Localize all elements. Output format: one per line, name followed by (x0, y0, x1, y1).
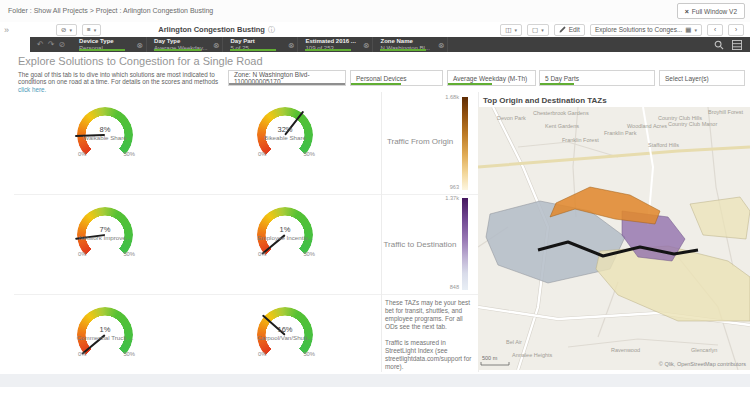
origin-gradient-bar (462, 97, 468, 190)
map-place-label: Ravenwood (611, 347, 640, 353)
selection-chip-estimated-2016[interactable]: Estimated 2016 ... 109 of 253 ⊗ (298, 37, 373, 52)
sheet-icon: ▢ (532, 26, 538, 34)
gauge-walkable-share[interactable]: 8% Walkable Share 0% 50% (77, 107, 133, 163)
map-panel[interactable]: 500 m © Qlik, OpenStreetMap contributors… (478, 107, 750, 370)
clear-selection-icon[interactable]: ⊗ (363, 40, 369, 49)
map-place-label: Stafford Hills (648, 142, 679, 148)
selection-bar (229, 83, 345, 85)
map-place-label: Country Club Manor (668, 121, 717, 127)
gauge-center: 8% Walkable Share (65, 125, 145, 141)
gauge-value: 1% (65, 325, 145, 334)
collapse-panel-icon[interactable]: » (4, 25, 9, 35)
filter-label: Personal Devices (356, 75, 407, 82)
gauge-network-improvements[interactable]: 7% Network Improve... 0% 50% (77, 207, 133, 263)
clear-selection-icon[interactable]: ⊗ (288, 40, 294, 49)
map-title: Top Origin and Destination TAZs (483, 96, 607, 105)
step-back-icon[interactable]: ↶ (37, 41, 44, 49)
gauge-label: Bikeable Share (245, 134, 325, 141)
chevron-left-icon: ‹ (714, 26, 716, 33)
selections-tool-icon[interactable] (732, 40, 742, 50)
toolbar-right-group: ◫ ▾ ▢ ▾ Edit Explore Solutions to Conges… (500, 24, 750, 36)
next-sheet-button[interactable]: › (728, 24, 744, 36)
gauge-carpool-van-shuttle[interactable]: 16% Carpool/Van/Shutt... 0% 50% (257, 307, 313, 363)
gauge-value: 32% (245, 125, 325, 134)
row-divider (14, 294, 478, 295)
selection-chip-day-part[interactable]: Day Part 5 of 25 ⊗ (223, 37, 298, 52)
clear-selection-icon[interactable]: ⊗ (137, 40, 143, 49)
search-icon[interactable] (714, 40, 724, 50)
edit-label: Edit (569, 26, 580, 33)
sheet-description-text: The goal of this tab is to dive into whi… (18, 71, 218, 85)
step-forward-icon[interactable]: ↷ (48, 41, 55, 49)
gauge-min-label: 0% (78, 251, 86, 257)
map-place-label: Annalee Heights (512, 352, 553, 358)
filter-layers[interactable]: Select Layer(s) (659, 70, 745, 86)
app-menu-button[interactable]: ⊘ ▾ (56, 24, 77, 36)
selection-field-name: Day Part (230, 38, 282, 45)
full-window-label: Full Window V2 (692, 8, 737, 15)
selection-chip-zone-name[interactable]: Zone Name N Washington Bl... ⊗ (373, 37, 448, 52)
pencil-icon (559, 26, 566, 33)
gauge-commercial-truck[interactable]: 1% Commercial Truck ... 0% 50% (77, 307, 133, 363)
gauge-max-label: 50% (123, 351, 135, 357)
app-title[interactable]: Arlington Congestion Busting ⓘ (158, 25, 275, 35)
gauge-min-label: 0% (258, 251, 266, 257)
selection-chip-day-type[interactable]: Day Type Average Weekday... ⊗ (147, 37, 223, 52)
legend-title: Traffic From Origin (383, 137, 457, 146)
chevron-down-icon: ▾ (514, 27, 517, 33)
gauge-value: 1% (245, 225, 325, 234)
filter-device[interactable]: Personal Devices (350, 70, 443, 86)
gauge-min-label: 0% (78, 351, 86, 357)
gauge-min-label: 0% (78, 151, 86, 157)
gauge-bikeable-share[interactable]: 32% Bikeable Share 0% 50% (257, 107, 313, 163)
filter-label: 5 Day Parts (545, 75, 579, 82)
chevron-down-icon: ▾ (541, 27, 544, 33)
insights-button[interactable]: ▢ ▾ (527, 24, 549, 36)
gauge-center: 1% Employee Incentiv... (245, 225, 325, 241)
gauge-value: 8% (65, 125, 145, 134)
gauge-label: Commercial Truck ... (65, 334, 145, 341)
full-window-button[interactable]: × Full Window V2 (677, 3, 745, 19)
filter-day-type[interactable]: Average Weekday (M-Th) (447, 70, 536, 86)
column-divider (381, 92, 382, 372)
app-title-text: Arlington Congestion Busting (158, 25, 265, 34)
click-here-link[interactable]: click here. (18, 86, 46, 93)
gauge-value: 16% (245, 325, 325, 334)
row-divider (14, 194, 478, 195)
clear-selection-icon[interactable]: ⊗ (438, 40, 444, 49)
info-icon[interactable]: ⓘ (268, 25, 275, 35)
clear-selection-icon[interactable]: ⊗ (213, 40, 219, 49)
previous-sheet-button[interactable]: ‹ (707, 24, 723, 36)
selection-chip-device-type[interactable]: Device Type Personal ⊗ (72, 37, 147, 52)
gauge-center: 32% Bikeable Share (245, 125, 325, 141)
selection-bar (540, 83, 574, 85)
clear-all-selections-icon[interactable]: ⊘ (58, 41, 65, 49)
legend-max: 1.37k (419, 195, 459, 201)
gauge-employee-incentives[interactable]: 1% Employee Incentiv... 0% 50% (257, 207, 313, 263)
filter-day-parts[interactable]: 5 Day Parts (539, 70, 655, 86)
sheet-title: Explore Solutions to Congestion for a Si… (18, 55, 263, 67)
filter-zone[interactable]: Zone: N Washington Blvd- 1100000005170 (228, 70, 346, 86)
bookmark-icon: ◫ (505, 26, 511, 34)
map-canvas[interactable]: 500 m © Qlik, OpenStreetMap contributors… (478, 107, 750, 370)
selections-nav: ↶ ↷ ⊘ (30, 37, 72, 52)
map-place-label: Bel Air (506, 339, 522, 345)
breadcrumb[interactable]: Folder : Show All Projects > Project : A… (8, 7, 213, 14)
sheet-selector-dropdown[interactable]: Explore Solutions to Conges... ▦ ▾ (590, 24, 702, 36)
gauge-max-label: 50% (303, 351, 315, 357)
sheet-menu-button[interactable]: ≡ ▾ (82, 24, 101, 36)
map-place-label: Devon Park (497, 115, 526, 121)
breadcrumb-bar: Folder : Show All Projects > Project : A… (0, 0, 750, 22)
selection-field-name: Device Type (79, 38, 131, 45)
edit-button[interactable]: Edit (554, 24, 585, 36)
selection-green-bar (380, 49, 426, 51)
chevron-down-icon: ▾ (69, 27, 72, 33)
bookmarks-button[interactable]: ◫ ▾ (500, 24, 522, 36)
legend-min: 848 (419, 284, 459, 290)
qlik-dashboard: Folder : Show All Projects > Project : A… (0, 0, 750, 400)
gauge-center: 16% Carpool/Van/Shutt... (245, 325, 325, 341)
gauge-label: Walkable Share (65, 134, 145, 141)
chevron-right-icon: › (735, 26, 737, 33)
map-attribution: © Qlik, OpenStreetMap contributors (659, 361, 746, 367)
sheet-menu-icon: ≡ (87, 26, 91, 33)
